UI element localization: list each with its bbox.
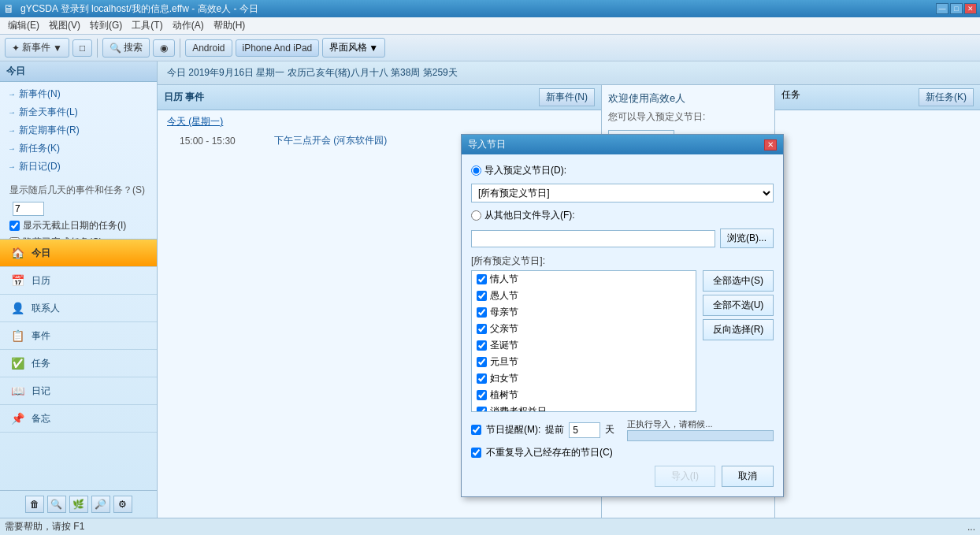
dialog-overlay: 导入节日 ✕ 导入预定义节日(D): [所有预定义节日] 从其他日文件导入( bbox=[0, 0, 980, 535]
progress-text: 正执行导入，请稍候... bbox=[627, 419, 712, 429]
checkbox-7[interactable] bbox=[477, 390, 487, 400]
list-item-1: 愚人节 bbox=[472, 288, 696, 304]
predefined-select-row: [所有预定义节日] bbox=[471, 184, 774, 202]
import-predefined-radio-group: 导入预定义节日(D): bbox=[471, 164, 566, 177]
holidays-list-box[interactable]: 情人节 愚人节 母亲节 父亲节 圣诞节 元旦节 妇女节 植树节 消费者权益日 劳… bbox=[471, 270, 696, 412]
reminder-checkbox[interactable] bbox=[471, 425, 481, 435]
import-holiday-dialog: 导入节日 ✕ 导入预定义节日(D): [所有预定义节日] 从其他日文件导入( bbox=[461, 134, 784, 497]
dialog-footer: 导入(I) 取消 bbox=[471, 466, 774, 487]
cancel-button[interactable]: 取消 bbox=[722, 466, 774, 487]
dialog-close-button[interactable]: ✕ bbox=[764, 139, 777, 150]
list-item-5: 元旦节 bbox=[472, 354, 696, 370]
list-item-3: 父亲节 bbox=[472, 321, 696, 337]
invert-selection-button[interactable]: 反向选择(R) bbox=[703, 319, 774, 340]
list-item-7: 植树节 bbox=[472, 387, 696, 403]
select-all-button[interactable]: 全部选中(S) bbox=[703, 270, 774, 292]
dialog-title-text: 导入节日 bbox=[468, 138, 506, 151]
import-file-radio-group: 从其他日文件导入(F): bbox=[471, 209, 575, 222]
checkbox-1[interactable] bbox=[477, 291, 487, 301]
file-path-input[interactable] bbox=[471, 230, 715, 247]
list-action-buttons: 全部选中(S) 全部不选(U) 反向选择(R) bbox=[703, 270, 774, 412]
import-predefined-radio[interactable] bbox=[471, 165, 481, 176]
list-item-2: 母亲节 bbox=[472, 304, 696, 321]
reminder-suffix: 天 bbox=[605, 423, 614, 437]
predefined-select[interactable]: [所有预定义节日] bbox=[471, 184, 774, 202]
no-duplicate-row: 不重复导入已经存在的节日(C) bbox=[471, 446, 774, 459]
file-input-row: 浏览(B)... bbox=[471, 228, 774, 248]
progress-section: 正执行导入，请稍候... bbox=[627, 418, 774, 441]
select-none-button[interactable]: 全部不选(U) bbox=[703, 295, 774, 316]
import-confirm-button[interactable]: 导入(I) bbox=[655, 466, 715, 487]
checkbox-5[interactable] bbox=[477, 357, 487, 367]
list-box-container: 情人节 愚人节 母亲节 父亲节 圣诞节 元旦节 妇女节 植树节 消费者权益日 劳… bbox=[471, 270, 774, 412]
reminder-row: 节日提醒(M): 提前 天 正执行导入，请稍候... bbox=[471, 418, 774, 441]
no-duplicate-checkbox[interactable] bbox=[471, 448, 481, 458]
list-box-label: [所有预定义节日]: bbox=[471, 254, 774, 268]
list-item-6: 妇女节 bbox=[472, 370, 696, 387]
checkbox-3[interactable] bbox=[477, 324, 487, 334]
list-item-8: 消费者权益日 bbox=[472, 403, 696, 412]
reminder-label: 节日提醒(M): bbox=[486, 423, 540, 437]
no-duplicate-label: 不重复导入已经存在的节日(C) bbox=[486, 446, 613, 459]
checkbox-8[interactable] bbox=[477, 407, 487, 412]
checkbox-6[interactable] bbox=[477, 373, 487, 384]
list-item-4: 圣诞节 bbox=[472, 337, 696, 354]
checkbox-0[interactable] bbox=[477, 274, 487, 284]
import-predefined-label: 导入预定义节日(D): bbox=[484, 164, 566, 177]
progress-bar bbox=[627, 430, 774, 441]
import-file-radio-row: 从其他日文件导入(F): bbox=[471, 209, 774, 222]
list-item-0: 情人节 bbox=[472, 271, 696, 288]
checkbox-2[interactable] bbox=[477, 307, 487, 318]
dialog-body: 导入预定义节日(D): [所有预定义节日] 从其他日文件导入(F): 浏览(B)… bbox=[462, 154, 783, 496]
import-file-radio[interactable] bbox=[471, 210, 481, 221]
browse-button[interactable]: 浏览(B)... bbox=[720, 228, 774, 248]
reminder-prefix: 提前 bbox=[545, 423, 564, 437]
reminder-num-input[interactable] bbox=[569, 422, 600, 438]
import-file-label: 从其他日文件导入(F): bbox=[484, 209, 575, 222]
dialog-title-bar: 导入节日 ✕ bbox=[462, 135, 783, 154]
import-predefined-row: 导入预定义节日(D): bbox=[471, 164, 774, 177]
checkbox-4[interactable] bbox=[477, 340, 487, 351]
